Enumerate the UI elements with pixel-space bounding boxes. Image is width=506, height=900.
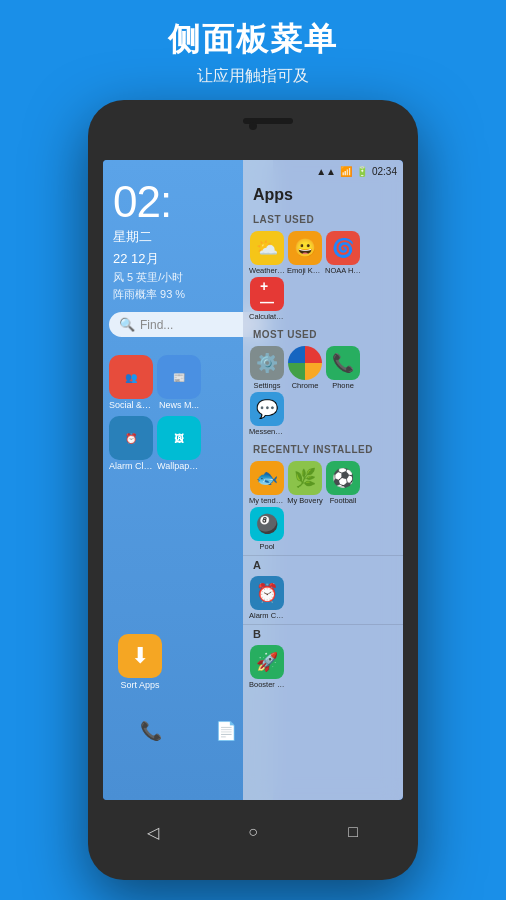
- most-used-grid: ⚙️ Settings Chrome 📞 Phone 💬 Messe: [243, 342, 403, 440]
- calc-app-label: Calculato...: [249, 312, 285, 321]
- messenger-app-label: Messenger: [249, 427, 285, 436]
- docs-shortcut[interactable]: 📄: [207, 712, 245, 750]
- list-item[interactable]: ⚽ Football: [325, 461, 361, 505]
- section-b-label: B: [243, 624, 403, 641]
- home-date: 22 12月: [113, 250, 263, 268]
- sort-apps-icon: ⬇: [118, 634, 162, 678]
- list-item[interactable]: 📰 News M...: [157, 355, 201, 410]
- calc-app-icon: +—: [250, 277, 284, 311]
- home-weather2: 阵雨概率 93 %: [113, 287, 263, 302]
- social-label: Social & Co...: [109, 400, 153, 410]
- list-item[interactable]: 😀 Emoji Key...: [287, 231, 323, 275]
- pool-app-icon: 🎱: [250, 507, 284, 541]
- alarm-label: Alarm Clock: [109, 461, 153, 471]
- bovery-app-label: My Bovery: [287, 496, 323, 505]
- phone-device: 02: 星期二 22 12月 风 5 英里/小时 阵雨概率 93 % 🔍 Fin…: [88, 100, 418, 880]
- football-app-label: Football: [325, 496, 361, 505]
- home-time: 02:: [113, 180, 263, 224]
- weather-app-label: Weather Li...: [249, 266, 285, 275]
- emoji-app-icon: 😀: [288, 231, 322, 265]
- list-item[interactable]: 🚀 Booster Kit...: [249, 645, 285, 689]
- panel-status-bar: ▲▲ 📶 🔋 02:34: [243, 160, 403, 182]
- search-icon: 🔍: [119, 317, 135, 332]
- football-app-icon: ⚽: [326, 461, 360, 495]
- messenger-app-icon: 💬: [250, 392, 284, 426]
- wallpaper-icon: 🖼: [157, 416, 201, 460]
- status-time: 02:34: [372, 166, 397, 177]
- chrome-app-label: Chrome: [287, 381, 323, 390]
- home-button[interactable]: ○: [241, 820, 265, 844]
- phone-app-label: Phone: [325, 381, 361, 390]
- list-item[interactable]: ⏰ Alarm Clock: [109, 416, 153, 471]
- battery-icon: 🔋: [356, 166, 368, 177]
- section-a-grid: ⏰ Alarm Clock: [243, 572, 403, 624]
- list-item[interactable]: ⛅ Weather Li...: [249, 231, 285, 275]
- last-used-grid: ⛅ Weather Li... 😀 Emoji Key... 🌀 NOAA Hi…: [243, 227, 403, 325]
- wallpaper-label: Wallpape...: [157, 461, 201, 471]
- settings-app-icon: ⚙️: [250, 346, 284, 380]
- recently-installed-label: RECENTLY INSTALLED: [243, 440, 403, 457]
- booster-app-label: Booster Kit...: [249, 680, 285, 689]
- booster-app-icon: 🚀: [250, 645, 284, 679]
- phone-app-icon: 📞: [326, 346, 360, 380]
- tender-app-icon: 🐟: [250, 461, 284, 495]
- noaa-app-label: NOAA Hi...: [325, 266, 361, 275]
- list-item[interactable]: ⚙️ Settings: [249, 346, 285, 390]
- main-title: 侧面板菜单: [0, 18, 506, 62]
- noaa-app-icon: 🌀: [326, 231, 360, 265]
- alarm-icon: ⏰: [109, 416, 153, 460]
- list-item[interactable]: 💬 Messenger: [249, 392, 285, 436]
- tender-app-label: My tender...: [249, 496, 285, 505]
- pool-app-label: Pool: [249, 542, 285, 551]
- phone-screen: 02: 星期二 22 12月 风 5 英里/小时 阵雨概率 93 % 🔍 Fin…: [103, 160, 403, 800]
- signal-icon: ▲▲: [316, 166, 336, 177]
- section-b-grid: 🚀 Booster Kit...: [243, 641, 403, 693]
- bovery-app-icon: 🌿: [288, 461, 322, 495]
- camera: [249, 122, 257, 130]
- phone-shortcut[interactable]: 📞: [132, 712, 170, 750]
- recents-button[interactable]: □: [341, 820, 365, 844]
- list-item[interactable]: 🌿 My Bovery: [287, 461, 323, 505]
- list-item[interactable]: Chrome: [287, 346, 323, 390]
- section-a-label: A: [243, 555, 403, 572]
- emoji-app-label: Emoji Key...: [287, 266, 323, 275]
- sort-apps-item[interactable]: ⬇ Sort Apps: [118, 634, 162, 690]
- weather-app-icon: ⛅: [250, 231, 284, 265]
- side-panel: ▲▲ 📶 🔋 02:34 Apps LAST USED ⛅ Weather Li…: [243, 160, 403, 800]
- settings-app-label: Settings: [249, 381, 285, 390]
- wifi-icon: 📶: [340, 166, 352, 177]
- list-item[interactable]: 🖼 Wallpape...: [157, 416, 201, 471]
- sort-apps-label: Sort Apps: [120, 680, 159, 690]
- list-item[interactable]: ⏰ Alarm Clock: [249, 576, 285, 620]
- list-item[interactable]: 👥 Social & Co...: [109, 355, 153, 410]
- phone-shell: 02: 星期二 22 12月 风 5 英里/小时 阵雨概率 93 % 🔍 Fin…: [88, 100, 418, 880]
- recently-installed-grid: 🐟 My tender... 🌿 My Bovery ⚽ Football 🎱 …: [243, 457, 403, 555]
- last-used-label: LAST USED: [243, 210, 403, 227]
- list-item[interactable]: 📞 Phone: [325, 346, 361, 390]
- alarm2-app-icon: ⏰: [250, 576, 284, 610]
- back-button[interactable]: ◁: [141, 820, 165, 844]
- alarm2-app-label: Alarm Clock: [249, 611, 285, 620]
- home-weather1: 风 5 英里/小时: [113, 270, 263, 285]
- top-header: 侧面板菜单 让应用触指可及: [0, 0, 506, 99]
- chrome-app-icon: [288, 346, 322, 380]
- panel-title: Apps: [243, 182, 403, 210]
- main-subtitle: 让应用触指可及: [0, 66, 506, 87]
- list-item[interactable]: 🎱 Pool: [249, 507, 285, 551]
- home-day: 星期二: [113, 228, 263, 246]
- news-label: News M...: [157, 400, 201, 410]
- most-used-label: MOST USED: [243, 325, 403, 342]
- phone-nav-bar: ◁ ○ □: [103, 812, 403, 852]
- news-icon: 📰: [157, 355, 201, 399]
- search-placeholder: Find...: [140, 318, 173, 332]
- list-item[interactable]: +— Calculato...: [249, 277, 285, 321]
- social-icon: 👥: [109, 355, 153, 399]
- list-item[interactable]: 🐟 My tender...: [249, 461, 285, 505]
- list-item[interactable]: 🌀 NOAA Hi...: [325, 231, 361, 275]
